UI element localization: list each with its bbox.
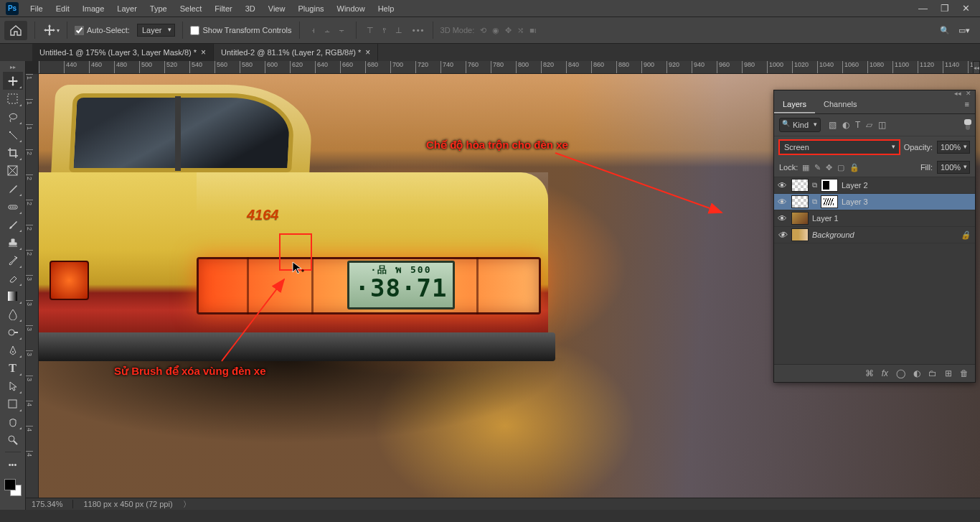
- menu-view[interactable]: View: [263, 1, 291, 16]
- shape-tool[interactable]: [3, 395, 23, 413]
- right-dock-collapse[interactable]: ◂◂: [973, 61, 980, 74]
- align-bottom-icon[interactable]: ⊥: [392, 24, 405, 37]
- healing-tool[interactable]: [3, 197, 23, 215]
- layer-kind-filter[interactable]: Kind: [779, 118, 821, 132]
- auto-select-target[interactable]: Layer: [137, 24, 176, 37]
- close-button[interactable]: ✕: [962, 3, 970, 14]
- home-button[interactable]: [4, 21, 27, 40]
- link-layers-icon[interactable]: ⌘: [865, 368, 874, 378]
- wand-tool[interactable]: [3, 126, 23, 144]
- doc-tab-2[interactable]: Untitled-2 @ 81.1% (Layer 2, RGB/8#) * ×: [214, 44, 378, 61]
- tab-channels[interactable]: Channels: [815, 96, 865, 113]
- pen-tool[interactable]: [3, 341, 23, 359]
- gradient-tool[interactable]: [3, 287, 23, 305]
- menu-edit[interactable]: Edit: [50, 1, 75, 16]
- lasso-tool[interactable]: [3, 108, 23, 126]
- layer-name[interactable]: Layer 2: [842, 181, 973, 190]
- toolbox-expand[interactable]: ▸▸: [10, 64, 16, 70]
- layer-thumb[interactable]: [791, 212, 809, 225]
- filter-pixel-icon[interactable]: ▧: [829, 120, 837, 130]
- layer-thumb[interactable]: [791, 228, 809, 241]
- menu-image[interactable]: Image: [77, 1, 110, 16]
- mask-thumb[interactable]: [821, 179, 838, 192]
- visibility-toggle[interactable]: 👁: [776, 213, 788, 224]
- lock-position-icon[interactable]: ✥: [826, 163, 832, 172]
- menu-select[interactable]: Select: [174, 1, 208, 16]
- layer-row-layer3[interactable]: 👁 ⧉ Layer 3: [774, 194, 975, 210]
- layer-thumb[interactable]: [791, 195, 809, 208]
- visibility-toggle[interactable]: 👁: [776, 197, 788, 208]
- layer-thumb[interactable]: [791, 179, 809, 192]
- visibility-toggle[interactable]: 👁: [776, 230, 788, 241]
- more-align-icon[interactable]: •••: [413, 24, 425, 37]
- panel-menu-icon[interactable]: ≡: [959, 96, 975, 113]
- dodge-tool[interactable]: [3, 323, 23, 341]
- marquee-tool[interactable]: [3, 90, 23, 108]
- status-arrow-icon[interactable]: 〉: [183, 499, 191, 510]
- eraser-tool[interactable]: [3, 269, 23, 287]
- mask-link-icon[interactable]: ⧉: [812, 197, 817, 206]
- lock-transparent-icon[interactable]: ▦: [802, 163, 809, 172]
- ruler-horizontal[interactable]: 4404604805005205405605806006206406606807…: [39, 61, 980, 74]
- workspace-icon[interactable]: ▭▾: [958, 26, 970, 35]
- group-icon[interactable]: 🗀: [928, 368, 937, 378]
- menu-file[interactable]: File: [24, 1, 49, 16]
- visibility-toggle[interactable]: 👁: [776, 180, 788, 191]
- doc-tab-1[interactable]: Untitled-1 @ 175% (Layer 3, Layer Mask/8…: [32, 44, 214, 61]
- lock-pixels-icon[interactable]: ✎: [814, 163, 821, 172]
- zoom-level[interactable]: 175.34%: [32, 500, 62, 508]
- menu-type[interactable]: Type: [144, 1, 173, 16]
- maximize-button[interactable]: ❐: [941, 3, 949, 14]
- history-brush-tool[interactable]: [3, 251, 23, 269]
- eyedropper-tool[interactable]: [3, 180, 23, 197]
- layer-row-background[interactable]: 👁 Background 🔒: [774, 227, 975, 243]
- blend-mode-select[interactable]: Screen: [779, 140, 900, 154]
- layer-row-layer1[interactable]: 👁 Layer 1: [774, 210, 975, 227]
- close-icon[interactable]: ×: [365, 47, 370, 57]
- 3d-zoom-icon[interactable]: ■ι: [529, 26, 536, 34]
- fx-icon[interactable]: fx: [882, 368, 888, 378]
- align-right-icon[interactable]: ⫟: [336, 24, 349, 37]
- mask-link-icon[interactable]: ⧉: [812, 181, 817, 190]
- color-swatches[interactable]: [3, 477, 23, 498]
- fill-input[interactable]: 100%: [937, 161, 970, 174]
- align-center-h-icon[interactable]: ⫠: [321, 24, 334, 37]
- filter-toggle[interactable]: [966, 120, 970, 130]
- new-layer-icon[interactable]: ⊞: [945, 368, 952, 378]
- move-tool-indicator[interactable]: ▾: [42, 22, 60, 39]
- menu-help[interactable]: Help: [372, 1, 400, 16]
- adjustment-icon[interactable]: ◐: [913, 368, 920, 378]
- filter-shape-icon[interactable]: ▱: [866, 120, 872, 130]
- menu-3d[interactable]: 3D: [240, 1, 261, 16]
- 3d-orbit-icon[interactable]: ⟲: [480, 26, 486, 35]
- hand-tool[interactable]: [3, 413, 23, 431]
- tab-layers[interactable]: Layers: [774, 96, 815, 113]
- move-tool[interactable]: [3, 72, 23, 90]
- 3d-roll-icon[interactable]: ◉: [492, 26, 499, 35]
- doc-info[interactable]: 1180 px x 450 px (72 ppi): [83, 500, 172, 508]
- align-middle-icon[interactable]: ⫯: [378, 24, 391, 37]
- frame-tool[interactable]: [3, 162, 23, 180]
- align-top-icon[interactable]: ⊤: [364, 24, 377, 37]
- filter-smart-icon[interactable]: ◫: [878, 120, 886, 130]
- panel-grip[interactable]: ◂◂✕: [774, 90, 975, 96]
- 3d-pan-icon[interactable]: ✥: [505, 26, 512, 35]
- 3d-slide-icon[interactable]: ⤭: [517, 26, 524, 35]
- search-icon[interactable]: 🔍: [940, 26, 950, 35]
- foreground-color[interactable]: [4, 479, 16, 490]
- minimize-button[interactable]: —: [918, 3, 928, 14]
- close-icon[interactable]: ×: [201, 47, 206, 57]
- delete-icon[interactable]: 🗑: [960, 368, 969, 378]
- type-tool[interactable]: T: [3, 359, 23, 377]
- show-transform-checkbox[interactable]: Show Transform Controls: [190, 26, 291, 35]
- mask-icon[interactable]: ◯: [896, 368, 905, 378]
- filter-adjust-icon[interactable]: ◐: [842, 120, 849, 130]
- align-left-icon[interactable]: ⫞: [307, 24, 320, 37]
- layer-name[interactable]: Layer 1: [812, 214, 973, 223]
- menu-plugins[interactable]: Plugins: [292, 1, 329, 16]
- opacity-input[interactable]: 100%: [937, 141, 970, 154]
- path-select-tool[interactable]: [3, 377, 23, 395]
- stamp-tool[interactable]: [3, 233, 23, 251]
- mask-thumb[interactable]: [821, 195, 838, 208]
- blur-tool[interactable]: [3, 305, 23, 323]
